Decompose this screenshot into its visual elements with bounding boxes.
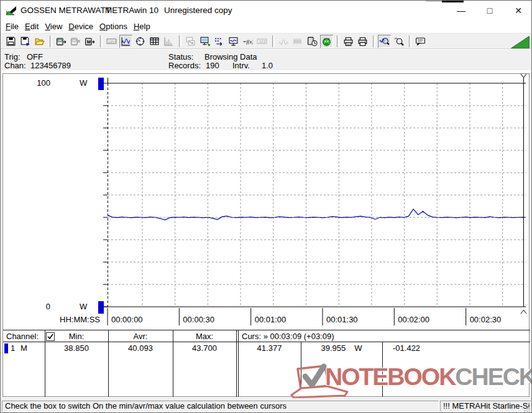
wave-dense-icon	[291, 35, 305, 48]
resize-grip[interactable]	[522, 404, 531, 413]
device-status: !!! METRAHit Starline-Si	[440, 401, 531, 412]
toolbar-separator	[373, 35, 375, 47]
y-axis-max-label: 100	[28, 78, 50, 88]
menu-file[interactable]: File	[2, 20, 22, 32]
print-icon[interactable]	[356, 35, 369, 48]
row-min-value: 38.850	[45, 343, 108, 353]
row-avr-value: 40.093	[108, 343, 173, 353]
y-axis-unit-top: W	[80, 78, 87, 88]
menu-bar: FileEditViewDeviceOptionsHelp	[1, 20, 531, 33]
row-max-value: 43.700	[173, 343, 236, 353]
records-value: 190	[206, 61, 219, 70]
menu-edit[interactable]: Edit	[22, 20, 42, 32]
x-tick-label: 00:00:00	[111, 315, 143, 324]
lcd-display-icon: 1257	[105, 35, 118, 48]
clock-icon[interactable]	[306, 35, 319, 48]
x-tick-label: 00:02:00	[398, 315, 429, 324]
header-cursor: Curs: » 00:03:09 (+03:09)	[242, 332, 334, 341]
channel-row-marker	[4, 343, 8, 353]
title-bar: GOSSEN METRAWATT METRAwin 10 Unregistere…	[1, 1, 531, 20]
save-as-icon[interactable]	[19, 35, 32, 48]
y-axis-min-label: 0	[28, 302, 50, 311]
histogram-view-icon	[162, 35, 175, 48]
header-channel: Channel:	[6, 332, 39, 341]
records-label: Records:	[168, 61, 201, 70]
row-live-unit: W	[354, 343, 362, 353]
memory-read-icon[interactable]: M	[83, 35, 96, 48]
y-axis-unit-bottom: W	[80, 302, 87, 311]
formula-icon[interactable]: =f(x)	[241, 35, 254, 48]
export-icon	[184, 35, 197, 48]
read-device-icon[interactable]	[55, 35, 68, 48]
header-min: Min:	[45, 332, 108, 341]
row-channel-number: 1	[11, 343, 15, 353]
wave-low-icon	[277, 35, 290, 48]
print-preview-icon[interactable]	[342, 35, 355, 48]
content-area: 100 W 0 W HH:MM:SS 00:00:0000:00:3000:01…	[1, 70, 532, 397]
svg-text:123: 123	[259, 39, 266, 43]
app-logo-icon	[6, 5, 17, 16]
menu-device[interactable]: Device	[65, 20, 96, 32]
save-icon[interactable]	[4, 35, 17, 48]
toolbar-separator	[409, 35, 411, 47]
row-live-value: 39.955	[321, 343, 346, 353]
open-icon[interactable]	[33, 35, 46, 48]
monitor-icon[interactable]	[227, 35, 240, 48]
toolbar-corner-triangle-icon	[511, 36, 530, 48]
toolbar-separator	[272, 35, 275, 47]
channel-marker-bottom	[98, 301, 104, 314]
window-title-product: METRAwin 10	[105, 6, 158, 15]
zoom-area-icon[interactable]	[392, 35, 405, 48]
toolbar-separator	[50, 35, 52, 47]
menu-options[interactable]: Options	[96, 20, 131, 32]
live-measure-icon[interactable]	[320, 35, 333, 48]
disconnect-device-icon	[69, 35, 82, 48]
metrawin-window: GOSSEN METRAWATT METRAwin 10 Unregistere…	[0, 0, 532, 413]
trig-label: Trig:	[4, 52, 21, 61]
x-tick-label: 00:02:30	[470, 315, 502, 324]
device-settings-icon[interactable]	[198, 35, 211, 48]
toolbar-separator	[179, 35, 181, 47]
status-message: Check the box to switch On the min/avr/m…	[2, 401, 439, 412]
window-title-app: GOSSEN METRAWATT	[21, 6, 111, 15]
channel-marker-top	[98, 78, 104, 90]
close-button[interactable]: ✕	[504, 1, 532, 20]
status-panel: Trig: OFF Chan: 123456789 Status: Browsi…	[1, 49, 531, 70]
status-bar: Check the box to switch On the min/avr/m…	[1, 399, 531, 413]
zoom-signal-icon[interactable]	[378, 35, 391, 48]
x-tick-label: 00:00:30	[183, 315, 214, 324]
interval-label: Intrv.	[232, 61, 250, 70]
menu-view[interactable]: View	[42, 20, 65, 32]
trig-value: OFF	[27, 52, 43, 61]
x-axis-format-label: HH:MM:SS	[53, 315, 100, 324]
window-title-note: Unregistered copy	[164, 6, 232, 15]
toolbar-separator	[337, 35, 339, 47]
svg-text:M: M	[87, 39, 91, 44]
header-max: Max:	[173, 332, 236, 341]
line-chart-view-icon[interactable]	[119, 35, 132, 48]
toolbar-separator	[100, 35, 103, 47]
cropped-watermark-fragment	[426, 1, 442, 2]
header-avr: Avr:	[108, 332, 173, 341]
counter-display-icon: 123	[255, 35, 268, 48]
x-tick-label: 00:01:00	[255, 315, 287, 324]
status-value: Browsing Data	[204, 52, 257, 61]
maximize-button[interactable]: □	[475, 1, 504, 20]
row-cursor-value: 41.377	[238, 343, 301, 353]
menu-help[interactable]: Help	[131, 20, 154, 32]
chan-label: Chan:	[4, 61, 26, 70]
interval-value: 1.0	[262, 61, 273, 70]
measurement-table: Channel: Min: Avr: Max: Curs: » 00:03:09…	[3, 330, 530, 397]
analog-meter-view-icon[interactable]	[134, 35, 147, 48]
table-view-icon[interactable]	[148, 35, 161, 48]
data-logger-icon[interactable]	[213, 35, 226, 48]
status-label: Status:	[168, 52, 193, 61]
minimize-button[interactable]: —	[447, 1, 475, 20]
row-delta-value: -01.422	[393, 343, 420, 353]
chan-value: 123456789	[30, 61, 71, 70]
row-channel-mode: M	[21, 343, 27, 353]
toolbar: M1257=f(x)123	[1, 33, 531, 49]
svg-text:=f(x): =f(x)	[243, 39, 253, 45]
hint-icon[interactable]	[414, 35, 427, 48]
svg-text:1257: 1257	[108, 39, 116, 43]
